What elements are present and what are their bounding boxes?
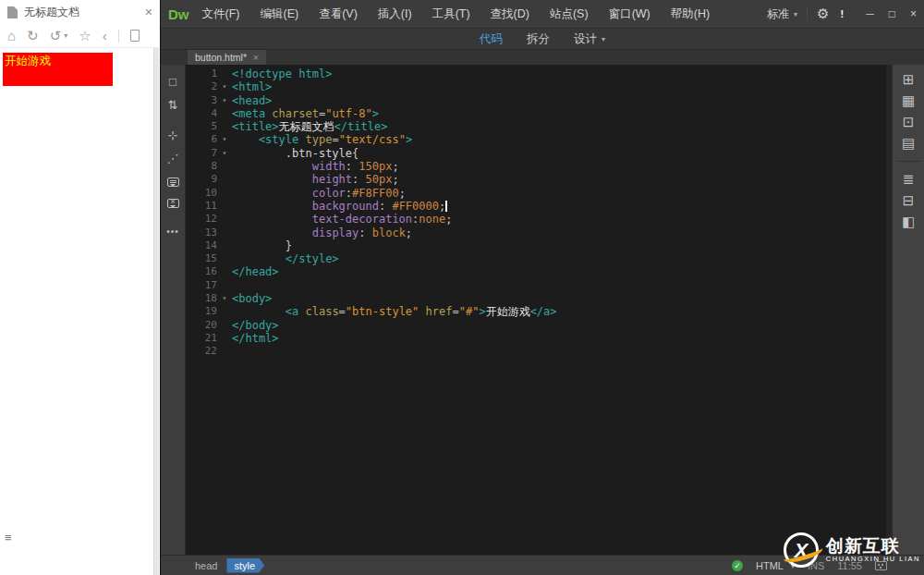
code-line-18[interactable]: 18▾<body>	[186, 292, 886, 305]
code-line-8[interactable]: 8 width: 150px;	[186, 160, 886, 173]
browser-menu-icon[interactable]: ≡	[5, 532, 18, 544]
code-line-20[interactable]: 20</body>	[186, 319, 886, 332]
code-line-15[interactable]: 15 </style>	[186, 252, 886, 265]
menu-item-7[interactable]: 窗口(W)	[609, 6, 650, 22]
code-line-7[interactable]: 7▾ .btn-style{	[186, 147, 886, 160]
divider	[896, 161, 921, 162]
code-line-3[interactable]: 3▾<head>	[186, 94, 886, 107]
code-text: <style type="text/css">	[232, 133, 886, 146]
line-number: 7	[186, 147, 217, 160]
start-game-button[interactable]: 开始游戏	[3, 53, 113, 86]
snippets-panel-icon[interactable]: ◧	[902, 214, 915, 229]
panel-dock: ⊞▦⊡▤≣⊟◧	[892, 65, 924, 555]
line-number: 6	[186, 133, 217, 146]
apply-comment-icon[interactable]	[167, 177, 179, 187]
home-icon[interactable]: ⌂	[7, 29, 16, 43]
gear-icon[interactable]: ⚙	[817, 6, 829, 22]
undo-icon[interactable]: ↺	[50, 29, 62, 43]
view-mode-代码[interactable]: 代码	[480, 31, 503, 47]
file-management-icon[interactable]: ⇅	[168, 99, 178, 112]
tag-selector-head[interactable]: head	[188, 558, 226, 573]
code-line-14[interactable]: 14 }	[186, 239, 886, 252]
tab-label: button.html*	[195, 52, 247, 63]
view-mode-拆分[interactable]: 拆分	[527, 31, 550, 47]
code-line-13[interactable]: 13 display: block;	[186, 226, 886, 239]
code-line-11[interactable]: 11 background: #FF0000;	[186, 200, 886, 213]
code-text: <title>无标题文档</title>	[232, 120, 886, 133]
code-line-12[interactable]: 12 text-decoration:none;	[186, 213, 886, 226]
new-page-icon[interactable]	[130, 30, 140, 42]
tab-button-html[interactable]: button.html* ×	[188, 50, 266, 65]
line-number: 4	[186, 107, 217, 120]
code-fold-icon[interactable]: ▾	[217, 292, 232, 305]
tag-selector-style[interactable]: style	[226, 558, 264, 573]
code-text: <a class="btn-style" href="#">开始游戏</a>	[232, 305, 886, 318]
code-line-4[interactable]: 4<meta charset="utf-8">	[186, 107, 886, 120]
code-line-1[interactable]: 1<!doctype html>	[186, 67, 886, 80]
menu-item-6[interactable]: 站点(S)	[550, 6, 589, 22]
open-documents-icon[interactable]: □	[169, 76, 176, 89]
code-line-22[interactable]: 22	[186, 345, 886, 358]
tab-close-icon[interactable]: ×	[253, 53, 259, 63]
code-fold-icon[interactable]: ▾	[217, 94, 232, 107]
menu-item-8[interactable]: 帮助(H)	[671, 6, 710, 22]
back-icon[interactable]: ‹	[103, 29, 107, 43]
line-number: 18	[186, 292, 217, 305]
menu-item-1[interactable]: 编辑(E)	[260, 6, 298, 22]
inspect-mode-icon[interactable]: ⋰	[167, 153, 179, 165]
code-editor[interactable]: 1<!doctype html>2▾<html>3▾<head>4<meta c…	[186, 65, 886, 555]
fold-gutter	[217, 107, 232, 120]
menu-item-5[interactable]: 查找(D)	[491, 6, 529, 22]
workspace-switcher[interactable]: 标准 ▾	[767, 6, 797, 22]
insert-panel-icon[interactable]: ▤	[902, 136, 915, 151]
line-number: 1	[186, 67, 217, 80]
menu-item-4[interactable]: 工具(T)	[432, 6, 470, 22]
text-cursor	[445, 201, 447, 212]
code-line-21[interactable]: 21</html>	[186, 332, 886, 345]
code-line-5[interactable]: 5<title>无标题文档</title>	[186, 120, 886, 133]
code-fold-icon[interactable]: ▾	[217, 133, 232, 146]
code-line-17[interactable]: 17	[186, 279, 886, 292]
browser-scrollbar[interactable]	[153, 48, 159, 575]
menu-item-3[interactable]: 插入(I)	[378, 6, 412, 22]
minimize-button[interactable]: ─	[866, 7, 874, 20]
menu-item-2[interactable]: 查看(V)	[319, 6, 358, 22]
browser-viewport: 开始游戏 ≡	[0, 48, 160, 551]
code-text: </body>	[232, 319, 886, 332]
fold-gutter	[217, 305, 232, 318]
favorite-icon[interactable]: ☆	[79, 29, 91, 43]
code-fold-icon[interactable]: ▾	[217, 80, 232, 93]
code-line-2[interactable]: 2▾<html>	[186, 80, 886, 93]
remove-comment-icon[interactable]	[167, 199, 179, 208]
watermark-brand: 创新互联	[826, 537, 920, 556]
code-line-16[interactable]: 16</head>	[186, 265, 886, 278]
close-button[interactable]: ×	[910, 7, 917, 20]
code-text: width: 150px;	[232, 160, 886, 173]
document-toolbar: 代码拆分设计▾	[161, 28, 924, 50]
code-line-10[interactable]: 10 color:#F8FF00;	[186, 187, 886, 200]
view-mode-设计[interactable]: 设计▾	[574, 31, 605, 47]
fold-gutter	[217, 120, 232, 133]
chevron-down-icon[interactable]: ▾	[64, 32, 67, 40]
maximize-button[interactable]: □	[889, 7, 895, 20]
behaviors-panel-icon[interactable]: ⊟	[903, 193, 915, 208]
code-line-6[interactable]: 6▾ <style type="text/css">	[186, 133, 886, 146]
menu-item-0[interactable]: 文件(F)	[202, 6, 240, 22]
browser-titlebar: 无标题文档 ×	[0, 0, 160, 24]
code-line-9[interactable]: 9 height: 50px;	[186, 173, 886, 186]
files-panel-icon[interactable]: ⊞	[903, 72, 915, 87]
browser-tab-title: 无标题文档	[24, 5, 143, 20]
live-view-options-icon[interactable]: ⊹	[168, 129, 178, 142]
code-text: text-decoration:none;	[232, 213, 886, 226]
code-fold-icon[interactable]: ▾	[217, 147, 232, 160]
assets-panel-icon[interactable]: ▦	[902, 93, 915, 108]
view-mode-label: 拆分	[527, 31, 550, 47]
doctype-label: HTML	[756, 560, 784, 571]
css-designer-panel-icon[interactable]: ≣	[903, 172, 915, 187]
refresh-icon[interactable]: ↻	[27, 29, 39, 43]
close-icon[interactable]: ×	[143, 6, 154, 18]
toolbar-options-icon[interactable]: •••	[166, 226, 179, 239]
code-line-19[interactable]: 19 <a class="btn-style" href="#">开始游戏</a…	[186, 305, 886, 318]
cc-libraries-panel-icon[interactable]: ⊡	[903, 115, 915, 129]
fold-gutter	[217, 279, 232, 292]
